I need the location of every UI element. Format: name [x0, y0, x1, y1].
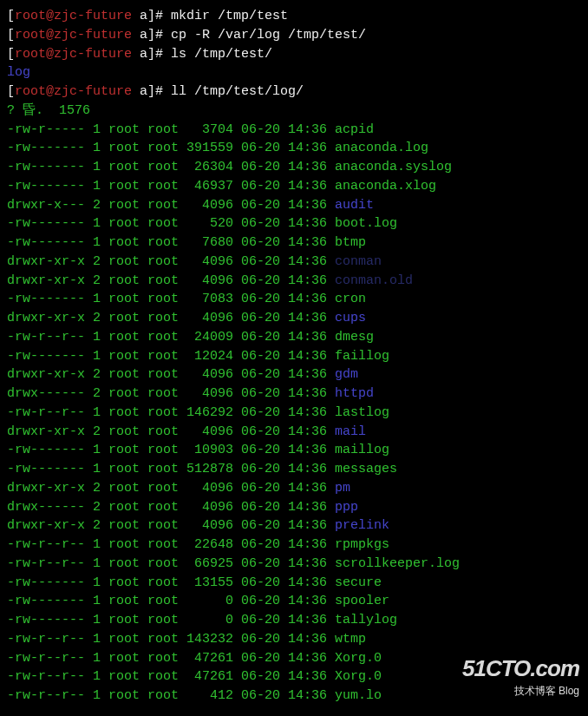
- file-row: drwxr-xr-x 2 root root 4096 06-20 14:36 …: [7, 365, 581, 384]
- file-row: drwxr-xr-x 2 root root 4096 06-20 14:36 …: [7, 272, 581, 291]
- file-name: httpd: [335, 386, 374, 401]
- file-name: anaconda.syslog: [335, 160, 452, 174]
- command-text: ls /tmp/test/: [171, 47, 272, 62]
- file-name: mail: [335, 424, 366, 439]
- file-row: -rw-r--r-- 1 root root 47261 06-20 14:36…: [7, 649, 581, 668]
- file-name: Xorg.0: [335, 651, 382, 666]
- command-line: [root@zjc-future a]# ls /tmp/test/: [7, 45, 581, 64]
- file-row: -rw-r--r-- 1 root root 22648 06-20 14:36…: [7, 535, 581, 555]
- file-name: rpmpkgs: [335, 537, 389, 552]
- file-name: boot.log: [335, 216, 397, 231]
- file-name: gdm: [335, 367, 358, 382]
- file-row: -rw------- 1 root root 0 06-20 14:36 tal…: [7, 611, 581, 630]
- file-name: Xorg.0: [335, 669, 382, 684]
- command-text: ll /tmp/test/log/: [171, 84, 304, 99]
- file-row: drwxr-xr-x 2 root root 4096 06-20 14:36 …: [7, 516, 581, 535]
- file-row: -rw------- 1 root root 391559 06-20 14:3…: [7, 139, 581, 158]
- file-row: drwx------ 2 root root 4096 06-20 14:36 …: [7, 498, 581, 517]
- file-name: lastlog: [335, 405, 389, 420]
- file-row: -rw------- 1 root root 10903 06-20 14:36…: [7, 441, 581, 460]
- file-name: pm: [335, 481, 350, 496]
- file-name: btmp: [335, 235, 366, 250]
- file-row: -rw------- 1 root root 12024 06-20 14:36…: [7, 347, 581, 366]
- command-text: mkdir /tmp/test: [171, 9, 288, 23]
- ls-output: log: [7, 63, 581, 82]
- file-row: -rw-r--r-- 1 root root 412 06-20 14:36 y…: [7, 686, 581, 706]
- file-name: dmesg: [335, 330, 374, 345]
- total-line: ? 昏. 1576: [7, 102, 581, 121]
- file-row: drwxr-xr-x 2 root root 4096 06-20 14:36 …: [7, 253, 581, 272]
- file-name: cups: [335, 311, 366, 325]
- file-name: acpid: [335, 122, 374, 137]
- file-row: drwx------ 2 root root 4096 06-20 14:36 …: [7, 384, 581, 404]
- command-text: cp -R /var/log /tmp/test/: [171, 28, 366, 43]
- file-row: drwxr-xr-x 2 root root 4096 06-20 14:36 …: [7, 309, 581, 328]
- file-row: -rw------- 1 root root 0 06-20 14:36 spo…: [7, 592, 581, 611]
- file-name: anaconda.log: [335, 141, 428, 155]
- file-row: -rw-r--r-- 1 root root 143232 06-20 14:3…: [7, 630, 581, 649]
- file-row: drwxr-xr-x 2 root root 4096 06-20 14:36 …: [7, 423, 581, 442]
- file-name: spooler: [335, 594, 389, 608]
- command-line: [root@zjc-future a]# ll /tmp/test/log/: [7, 82, 581, 102]
- file-row: -rw------- 1 root root 512878 06-20 14:3…: [7, 460, 581, 479]
- file-row: -rw------- 1 root root 26304 06-20 14:36…: [7, 158, 581, 177]
- file-row: -rw------- 1 root root 520 06-20 14:36 b…: [7, 214, 581, 233]
- file-row: -rw-r--r-- 1 root root 47261 06-20 14:36…: [7, 667, 581, 686]
- file-row: -rw-r----- 1 root root 3704 06-20 14:36 …: [7, 121, 581, 140]
- file-name: audit: [335, 198, 374, 213]
- file-row: -rw------- 1 root root 7083 06-20 14:36 …: [7, 290, 581, 309]
- file-row: -rw-r--r-- 1 root root 66925 06-20 14:36…: [7, 555, 581, 574]
- file-name: ppp: [335, 500, 358, 515]
- file-name: maillog: [335, 443, 389, 457]
- file-row: -rw-r--r-- 1 root root 24009 06-20 14:36…: [7, 328, 581, 347]
- file-row: -rw-r--r-- 1 root root 146292 06-20 14:3…: [7, 404, 581, 423]
- file-row: -rw------- 1 root root 13155 06-20 14:36…: [7, 574, 581, 593]
- file-name: wtmp: [335, 632, 366, 647]
- file-name: prelink: [335, 518, 389, 533]
- terminal-output[interactable]: [root@zjc-future a]# mkdir /tmp/test[roo…: [7, 7, 581, 709]
- file-row: drwxr-x--- 2 root root 4096 06-20 14:36 …: [7, 196, 581, 215]
- file-name: tallylog: [335, 613, 397, 627]
- file-name: conman: [335, 254, 382, 269]
- file-name: conman.old: [335, 273, 413, 288]
- command-line: [root@zjc-future a]# mkdir /tmp/test: [7, 7, 581, 26]
- file-row: drwxr-xr-x 2 root root 4096 06-20 14:36 …: [7, 479, 581, 498]
- file-name: cron: [335, 292, 366, 306]
- file-name: secure: [335, 575, 382, 590]
- file-row: -rw------- 1 root root 7680 06-20 14:36 …: [7, 233, 581, 253]
- file-name: yum.lo: [335, 688, 382, 703]
- file-row: -rw------- 1 root root 46937 06-20 14:36…: [7, 177, 581, 196]
- file-name: scrollkeeper.log: [335, 556, 460, 571]
- file-name: faillog: [335, 349, 389, 364]
- file-name: messages: [335, 462, 397, 476]
- command-line: [root@zjc-future a]# cp -R /var/log /tmp…: [7, 26, 581, 45]
- file-name: anaconda.xlog: [335, 179, 436, 194]
